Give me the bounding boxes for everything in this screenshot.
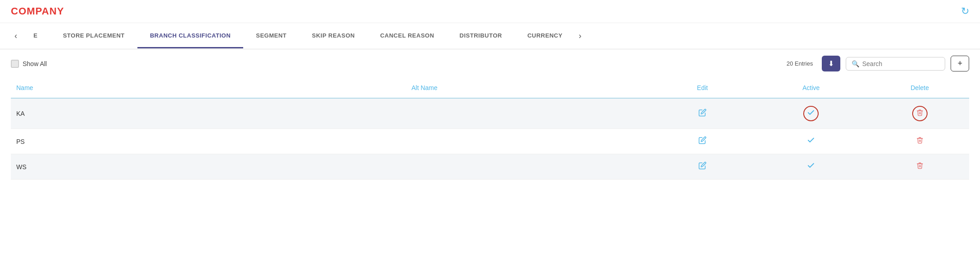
show-all-checkbox[interactable]: [11, 60, 19, 68]
tab-segment[interactable]: SEGMENT: [243, 24, 299, 48]
delete-circle-highlight[interactable]: [912, 106, 928, 121]
tabs-container: E STORE PLACEMENT BRANCH CLASSIFICATION …: [21, 24, 575, 48]
table-row: KA: [11, 98, 969, 129]
delete-icon[interactable]: [916, 137, 923, 146]
cell-edit: [653, 154, 752, 180]
cell-name: PS: [11, 129, 406, 154]
entries-count: 20 Entries: [787, 60, 813, 67]
col-header-name: Name: [11, 78, 406, 98]
tabs-right-arrow[interactable]: ›: [575, 23, 585, 49]
cell-active: [752, 129, 870, 154]
search-icon: 🔍: [852, 60, 859, 67]
check-icon[interactable]: [807, 137, 815, 146]
cell-active: [752, 154, 870, 180]
table-header-row: Name Alt Name Edit Active Delete: [11, 78, 969, 98]
delete-icon: [916, 109, 923, 119]
active-circle-highlight[interactable]: [803, 106, 819, 121]
edit-icon[interactable]: [698, 163, 707, 171]
tab-cancel-reason[interactable]: CANCEL REASON: [368, 24, 447, 48]
cell-name: WS: [11, 154, 406, 180]
data-table: Name Alt Name Edit Active Delete KA: [11, 78, 969, 180]
tabs-bar: ‹ E STORE PLACEMENT BRANCH CLASSIFICATIO…: [0, 23, 980, 49]
cell-edit: [653, 98, 752, 129]
table-wrap: Name Alt Name Edit Active Delete KA: [0, 78, 980, 190]
tab-skip-reason[interactable]: SKIP REASON: [299, 24, 368, 48]
search-wrap: 🔍: [846, 57, 945, 71]
check-icon[interactable]: [807, 162, 815, 171]
tab-currency[interactable]: CURRENCY: [515, 24, 575, 48]
tab-branch-classification[interactable]: BRANCH CLASSIFICATION: [137, 24, 244, 48]
header: COMPANY ↻: [0, 0, 980, 23]
col-header-edit: Edit: [653, 78, 752, 98]
download-button[interactable]: ⬇: [822, 56, 840, 71]
delete-icon[interactable]: [916, 162, 923, 171]
cell-delete: [870, 98, 969, 129]
company-logo: COMPANY: [11, 5, 64, 17]
cell-delete: [870, 154, 969, 180]
tabs-left-arrow[interactable]: ‹: [11, 23, 21, 49]
search-input[interactable]: [862, 60, 934, 67]
show-all-label: Show All: [23, 60, 47, 67]
toolbar: Show All 20 Entries ⬇ 🔍 +: [0, 49, 980, 78]
edit-icon[interactable]: [698, 138, 707, 146]
table-row: WS: [11, 154, 969, 180]
add-button[interactable]: +: [951, 56, 969, 71]
edit-icon[interactable]: [698, 110, 707, 119]
refresh-icon[interactable]: ↻: [961, 5, 969, 17]
cell-edit: [653, 129, 752, 154]
cell-altname: [406, 129, 653, 154]
tab-distributor[interactable]: DISTRIBUTOR: [447, 24, 515, 48]
cell-altname: [406, 154, 653, 180]
col-header-altname: Alt Name: [406, 78, 653, 98]
table-row: PS: [11, 129, 969, 154]
col-header-delete: Delete: [870, 78, 969, 98]
cell-delete: [870, 129, 969, 154]
download-icon: ⬇: [828, 59, 834, 68]
cell-name: KA: [11, 98, 406, 129]
cell-altname: [406, 98, 653, 129]
tab-type[interactable]: E: [21, 24, 50, 48]
tab-store-placement[interactable]: STORE PLACEMENT: [50, 24, 137, 48]
cell-active: [752, 98, 870, 129]
col-header-active: Active: [752, 78, 870, 98]
show-all-wrap: Show All: [11, 60, 781, 68]
check-icon: [807, 109, 815, 119]
